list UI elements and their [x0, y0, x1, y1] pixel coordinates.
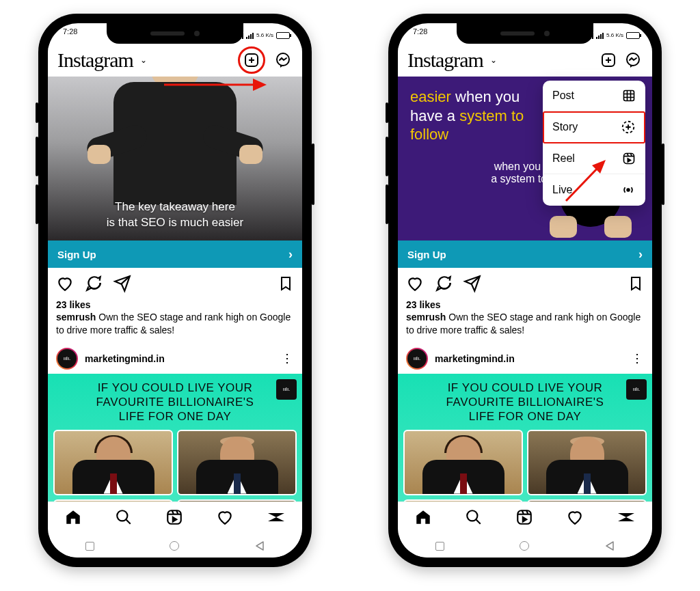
likes-count[interactable]: 23 likes	[48, 299, 302, 310]
sys-home[interactable]	[170, 541, 179, 551]
headline-l2: FAVOURITE BILLIONAIRE'S	[53, 395, 297, 409]
brand-badge: ıılı.	[276, 379, 297, 400]
post-media-2[interactable]: ıılı. IF YOU COULD LIVE YOUR FAVOURITE B…	[48, 374, 302, 501]
status-time: 7:28	[413, 27, 427, 44]
svg-line-32	[476, 519, 481, 524]
menu-post-label: Post	[552, 90, 574, 102]
avatar[interactable]: ıılı.	[56, 348, 78, 370]
create-button[interactable]	[599, 51, 618, 70]
more-options-button[interactable]: ⋯	[630, 352, 645, 365]
svg-rect-33	[517, 510, 531, 524]
save-button[interactable]	[278, 275, 294, 294]
reel-icon	[622, 152, 636, 165]
post-caption[interactable]: semrush Own the SEO stage and rank high …	[48, 310, 302, 344]
caption-user[interactable]: semrush	[406, 312, 446, 322]
annotation-arrow-2	[558, 160, 606, 208]
battery-icon	[276, 32, 290, 39]
phone-right: 7:28 5.6 K/s Instagram ⌄	[388, 14, 662, 567]
comment-button[interactable]	[435, 275, 453, 295]
sys-home[interactable]	[520, 541, 529, 551]
post-media[interactable]: The key takeaway here is that SEO is muc…	[48, 77, 302, 240]
status-net: 5.6 K/s	[256, 33, 273, 38]
app-header: Instagram ⌄	[398, 44, 652, 77]
portrait-bezos	[527, 430, 647, 495]
headline-l1: IF YOU COULD LIVE YOUR	[403, 381, 647, 395]
sys-back[interactable]	[605, 541, 615, 551]
menu-story-label: Story	[552, 121, 578, 133]
nav-search[interactable]	[115, 508, 133, 529]
avatar[interactable]: ıılı.	[406, 348, 428, 370]
post-username[interactable]: marketingmind.in	[85, 353, 274, 364]
chevron-down-icon[interactable]: ⌄	[490, 55, 497, 65]
post-media-2[interactable]: ıılı. IF YOU COULD LIVE YOUR FAVOURITE B…	[398, 374, 652, 501]
nav-home[interactable]	[64, 508, 82, 529]
comment-button[interactable]	[85, 275, 103, 295]
headline-l3: LIFE FOR ONE DAY	[53, 409, 297, 424]
nav-activity[interactable]	[216, 508, 234, 529]
menu-post[interactable]: Post	[543, 81, 645, 111]
nav-activity[interactable]	[566, 508, 584, 529]
portrait-bezos	[177, 430, 297, 495]
menu-story[interactable]: Story	[543, 111, 645, 143]
nav-profile[interactable]	[617, 510, 636, 527]
annotation-arrow	[164, 77, 267, 93]
battery-icon	[626, 32, 640, 39]
share-button[interactable]	[113, 275, 131, 295]
nav-reels[interactable]	[515, 508, 533, 529]
post-caption[interactable]: semrush Own the SEO stage and rank high …	[398, 310, 652, 344]
cta-button[interactable]: Sign Up ›	[398, 240, 652, 268]
likes-count[interactable]: 23 likes	[398, 299, 652, 310]
caption-user[interactable]: semrush	[56, 312, 96, 322]
svg-point-6	[117, 510, 127, 521]
app-header: Instagram ⌄	[48, 44, 302, 77]
chevron-right-icon: ›	[288, 247, 293, 262]
sys-recents[interactable]	[435, 542, 444, 551]
svg-line-7	[126, 519, 131, 524]
headline-l3: LIFE FOR ONE DAY	[403, 409, 647, 424]
system-nav	[48, 534, 302, 558]
svg-point-28	[627, 189, 630, 191]
live-icon	[621, 182, 636, 197]
bottom-nav	[48, 501, 302, 534]
instagram-logo[interactable]: Instagram	[57, 49, 133, 72]
like-button[interactable]	[406, 275, 424, 295]
share-button[interactable]	[463, 275, 481, 295]
cta-button[interactable]: Sign Up ›	[48, 240, 302, 268]
chevron-right-icon: ›	[638, 247, 643, 262]
status-net: 5.6 K/s	[606, 33, 623, 38]
chevron-down-icon[interactable]: ⌄	[140, 55, 147, 65]
sys-recents[interactable]	[85, 542, 94, 551]
instagram-logo[interactable]: Instagram	[407, 49, 483, 72]
nav-search[interactable]	[465, 508, 483, 529]
headline-l2: FAVOURITE BILLIONAIRE'S	[403, 395, 647, 409]
bottom-nav	[398, 501, 652, 534]
svg-rect-24	[624, 154, 634, 164]
nav-home[interactable]	[414, 508, 432, 529]
headline-l1: IF YOU COULD LIVE YOUR	[53, 381, 297, 395]
create-button[interactable]	[242, 51, 261, 70]
grid-icon	[622, 89, 636, 102]
video-caption-line2: is that SEO is much easier	[107, 215, 243, 231]
video-caption-line1: The key takeaway here	[107, 200, 243, 215]
brand-badge: ıılı.	[626, 379, 647, 400]
sys-back[interactable]	[255, 541, 265, 551]
portrait-adani	[403, 430, 523, 495]
story-icon	[621, 120, 636, 135]
svg-rect-8	[167, 510, 181, 524]
system-nav	[398, 534, 652, 558]
like-button[interactable]	[56, 275, 74, 295]
annotation-circle	[238, 46, 265, 74]
messenger-button[interactable]	[623, 51, 643, 70]
post-username[interactable]: marketingmind.in	[435, 353, 624, 364]
svg-point-31	[467, 510, 477, 521]
phone-left: 7:28 5.6 K/s Instagram ⌄	[38, 14, 312, 567]
messenger-button[interactable]	[273, 51, 293, 70]
more-options-button[interactable]: ⋯	[280, 352, 295, 365]
nav-profile[interactable]	[267, 510, 286, 527]
svg-rect-16	[624, 91, 634, 101]
promo-text: easier when you have a system to follow	[410, 87, 554, 144]
status-time: 7:28	[63, 27, 77, 44]
svg-line-29	[566, 165, 600, 201]
save-button[interactable]	[628, 275, 644, 294]
nav-reels[interactable]	[165, 508, 183, 529]
